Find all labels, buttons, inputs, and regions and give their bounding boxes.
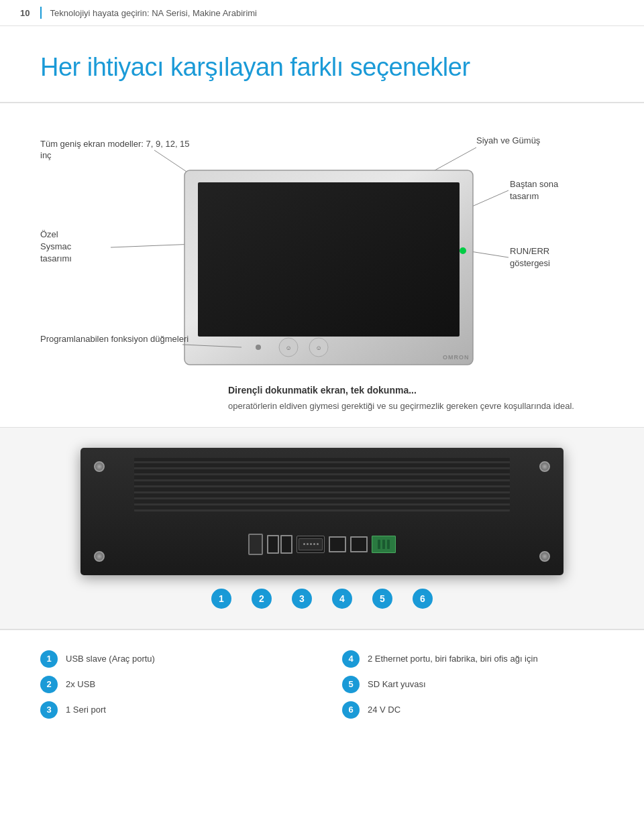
siyah-label-svg: Siyah ve Gümüş <box>476 135 541 145</box>
pin1 <box>303 543 305 545</box>
num-bullet-6: 6 <box>413 589 433 609</box>
num-bullet-1: 1 <box>211 589 231 609</box>
line-ozel <box>111 244 195 247</box>
header-bar: 10 Teknolojiyi hayata geçirin: NA Serisi… <box>0 0 644 26</box>
screen-models-label-svg: Tüm geniş ekran modeller: 7, 9, 12, 15 <box>40 139 190 149</box>
num-bullet-5: 5 <box>372 589 392 609</box>
numbers-row: 1 2 3 4 5 6 <box>211 589 433 609</box>
terminal-2 <box>382 540 385 549</box>
legend-bullet-6: 6 <box>342 701 360 719</box>
screw-tr <box>539 461 550 472</box>
monitor-diagram-section: Tüm geniş ekran modeller: 7, 9, 12, 15 i… <box>0 103 644 385</box>
port-eth-2 <box>350 536 368 552</box>
legend-text-6: 24 V DC <box>368 701 400 716</box>
sysmac-label-svg: Sysmac <box>40 241 72 251</box>
monitor-btn-1-icon: ☺ <box>285 345 291 351</box>
header-title: Teknolojiyi hayata geçirin: NA Serisi, M… <box>50 8 257 18</box>
bastan-label-svg: Baştan sona <box>510 179 559 189</box>
pin2 <box>307 543 309 545</box>
terminal-1 <box>378 540 380 549</box>
main-title: Her ihtiyacı karşılayan farklı seçenekle… <box>40 53 604 82</box>
prog-label-svg: Programlanabilen fonksiyon düğmeleri <box>40 334 189 344</box>
legend-bullet-2: 2 <box>40 676 58 693</box>
legend-section: 1 USB slave (Araç portu) 4 2 Ethernet po… <box>0 630 644 745</box>
page-number: 10 <box>20 8 30 18</box>
vent-left <box>134 458 510 512</box>
device-back-image <box>80 448 564 575</box>
omron-logo: OMRON <box>443 354 470 361</box>
inch-label-svg: inç <box>40 150 52 160</box>
legend-item-3: 3 1 Seri port <box>40 701 302 719</box>
vent-slats <box>134 458 510 512</box>
terminal-3 <box>387 540 390 549</box>
main-title-section: Her ihtiyacı karşılayan farklı seçenekle… <box>0 26 644 103</box>
legend-bullet-1: 1 <box>40 650 58 668</box>
legend-item-5: 5 SD Kart yuvası <box>342 676 604 693</box>
serial-pins <box>299 538 323 550</box>
legend-text-3: 1 Seri port <box>66 701 106 716</box>
pin5 <box>317 543 319 545</box>
monitor-svg-container: Tüm geniş ekran modeller: 7, 9, 12, 15 i… <box>20 110 624 378</box>
monitor-diagram-svg: Tüm geniş ekran modeller: 7, 9, 12, 15 i… <box>20 110 624 378</box>
port-usb-a-2 <box>280 535 292 554</box>
monitor-btn-2-icon: ☺ <box>315 345 321 351</box>
screw-bl <box>94 551 105 562</box>
port-2x-usb <box>267 535 292 554</box>
legend-text-1: USB slave (Araç portu) <box>66 650 155 665</box>
screw-tl <box>94 461 105 472</box>
port-serial <box>297 536 325 553</box>
num-bullet-4: 4 <box>332 589 352 609</box>
port-row <box>248 534 396 555</box>
num-bullet-2: 2 <box>252 589 272 609</box>
pin4 <box>313 543 315 545</box>
run-led <box>460 247 466 254</box>
screw-br <box>539 551 550 562</box>
under-left <box>40 385 201 414</box>
monitor-screen <box>198 182 460 337</box>
monitor-dot-1 <box>256 345 261 350</box>
pin3 <box>310 543 312 545</box>
num-bullet-3: 3 <box>292 589 312 609</box>
legend-item-4: 4 2 Ethernet portu, biri fabrika, biri o… <box>342 650 604 668</box>
under-right: Dirençli dokunmatik ekran, tek dokunma..… <box>228 385 604 414</box>
page-container: 10 Teknolojiyi hayata geçirin: NA Serisi… <box>0 0 644 840</box>
legend-item-6: 6 24 V DC <box>342 701 604 719</box>
tasarimi-label-svg: tasarımı <box>40 253 72 263</box>
legend-text-4: 2 Ethernet portu, biri fabrika, biri ofi… <box>368 650 538 665</box>
ozel-label-svg: Özel <box>40 229 58 239</box>
back-device-section: 1 2 3 4 5 6 <box>0 428 644 629</box>
port-terminal <box>372 536 396 553</box>
header-separator-line <box>40 7 42 19</box>
under-monitor-section: Dirençli dokunmatik ekran, tek dokunma..… <box>0 385 644 428</box>
port-eth-1 <box>329 536 346 552</box>
legend-bullet-5: 5 <box>342 676 360 693</box>
run-err-label-svg: RUN/ERR <box>510 246 549 256</box>
gostergesi-label-svg: göstergesi <box>510 258 550 268</box>
legend-bullet-3: 3 <box>40 701 58 719</box>
direncli-text: operatörlerin eldiven giymesi gerektiği … <box>228 400 604 414</box>
direncli-title: Dirençli dokunmatik ekran, tek dokunma..… <box>228 385 604 396</box>
legend-text-2: 2x USB <box>66 676 95 691</box>
legend-item-2: 2 2x USB <box>40 676 302 693</box>
legend-text-5: SD Kart yuvası <box>368 676 426 691</box>
port-usb-a-1 <box>267 535 279 554</box>
legend-bullet-4: 4 <box>342 650 360 668</box>
legend-item-1: 1 USB slave (Araç portu) <box>40 650 302 668</box>
tasarim-label-svg: tasarım <box>510 191 539 201</box>
port-usb-slave <box>248 534 263 555</box>
